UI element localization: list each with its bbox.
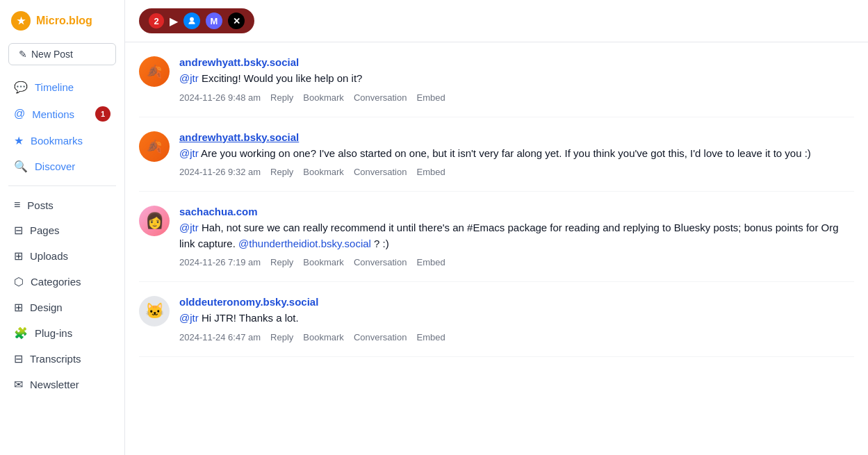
conversation-action[interactable]: Conversation (354, 332, 407, 342)
post-content: sachachua.com @jtr Hah, not sure we can … (179, 206, 854, 267)
post-author[interactable]: andrewhyatt.bsky.social (179, 56, 854, 68)
discover-icon: 🔍 (14, 160, 28, 173)
sidebar-item-label: Bookmarks (31, 135, 83, 147)
sidebar-item-bookmarks[interactable]: ★ Bookmarks (3, 129, 122, 153)
mention: @jtr (179, 72, 199, 84)
sidebar-item-categories[interactable]: ⬡ Categories (3, 270, 122, 294)
avatar: 🍂 (139, 131, 170, 162)
sidebar-item-label: Discover (35, 160, 75, 172)
post-content: andrewhyatt.bsky.social @jtr Are you wor… (179, 131, 854, 178)
new-post-icon: ✎ (19, 49, 27, 60)
sidebar-item-pages[interactable]: ⊟ Pages (3, 218, 122, 242)
sidebar-item-mentions[interactable]: @ Mentions 1 (3, 101, 122, 127)
bluesky-arrow-icon: ▶ (170, 15, 178, 28)
post-text: @jtr Hah, not sure we can really recomme… (179, 220, 854, 251)
conversation-action[interactable]: Conversation (354, 167, 407, 177)
embed-action[interactable]: Embed (416, 167, 445, 177)
bookmark-action[interactable]: Bookmark (303, 332, 344, 342)
embed-action[interactable]: Embed (416, 257, 445, 267)
mention: @jtr (179, 312, 199, 324)
posts-icon: ≡ (14, 199, 20, 211)
avatar: 🍂 (139, 56, 170, 87)
bookmark-action[interactable]: Bookmark (303, 257, 344, 267)
post-text: @jtr Are you working on one? I've also s… (179, 146, 854, 162)
sidebar-item-newsletter[interactable]: ✉ Newsletter (3, 372, 122, 397)
sidebar-item-design[interactable]: ⊞ Design (3, 295, 122, 320)
sidebar-item-uploads[interactable]: ⊞ Uploads (3, 244, 122, 268)
avatar: 🐱 (139, 296, 170, 326)
x-icon[interactable]: ✕ (228, 13, 245, 29)
newsletter-icon: ✉ (14, 378, 23, 391)
post-meta: 2024-11-24 6:47 am Reply Bookmark Conver… (179, 332, 854, 342)
reply-action[interactable]: Reply (270, 92, 293, 103)
mastodon-icon[interactable]: M (206, 13, 222, 29)
reply-action[interactable]: Reply (270, 332, 293, 342)
mention-link[interactable]: @thundertheidiot.bsky.social (238, 238, 371, 249)
plugins-icon: 🧩 (14, 326, 28, 340)
post-meta: 2024-11-26 9:48 am Reply Bookmark Conver… (179, 92, 854, 103)
sidebar-item-label: Transcripts (30, 353, 81, 365)
post-content: andrewhyatt.bsky.social @jtr Exciting! W… (179, 56, 854, 103)
bookmarks-icon: ★ (14, 134, 24, 147)
timeline-icon: 💬 (14, 81, 28, 94)
sidebar-item-plugins[interactable]: 🧩 Plug-ins (3, 321, 122, 345)
new-post-label: New Post (31, 49, 73, 60)
post-content: olddeuteronomy.bsky.social @jtr Hi JTR! … (179, 296, 854, 342)
post-author[interactable]: olddeuteronomy.bsky.social (179, 296, 854, 308)
design-icon: ⊞ (14, 301, 23, 314)
sidebar-item-label: Pages (30, 224, 60, 236)
sidebar-item-label: Timeline (35, 81, 74, 93)
mentions-icon: @ (14, 108, 25, 120)
sidebar-item-transcripts[interactable]: ⊟ Transcripts (3, 347, 122, 371)
sidebar-item-label: Categories (31, 276, 81, 288)
sidebar-divider (8, 185, 116, 186)
sidebar: ★ Micro.blog ✎ New Post 💬 Timeline @ Men… (0, 0, 125, 455)
reply-action[interactable]: Reply (270, 257, 293, 267)
pages-icon: ⊟ (14, 224, 23, 237)
post-date: 2024-11-26 7:19 am (179, 257, 261, 267)
post-body: Are you working on one? I've also starte… (201, 147, 811, 159)
network-pill[interactable]: 2 ▶ M ✕ (139, 8, 254, 33)
post-item: 🍂 andrewhyatt.bsky.social @jtr Are you w… (139, 117, 854, 192)
post-text: @jtr Exciting! Would you like help on it… (179, 71, 854, 87)
post-meta: 2024-11-26 9:32 am Reply Bookmark Conver… (179, 167, 854, 177)
topbar: 2 ▶ M ✕ (125, 0, 868, 42)
post-date: 2024-11-26 9:48 am (179, 92, 261, 103)
reply-action[interactable]: Reply (270, 167, 293, 177)
conversation-action[interactable]: Conversation (354, 92, 407, 103)
post-meta: 2024-11-26 7:19 am Reply Bookmark Conver… (179, 257, 854, 267)
mention: @jtr (179, 222, 199, 233)
svg-point-0 (190, 17, 194, 22)
mention: @jtr (179, 147, 199, 159)
bluesky-icon[interactable] (183, 13, 200, 29)
sidebar-item-timeline[interactable]: 💬 Timeline (3, 75, 122, 99)
sidebar-item-label: Mentions (32, 108, 74, 120)
sidebar-item-discover[interactable]: 🔍 Discover (3, 154, 122, 179)
transcripts-icon: ⊟ (14, 352, 23, 365)
conversation-action[interactable]: Conversation (354, 257, 407, 267)
sidebar-item-label: Uploads (30, 250, 68, 262)
post-text: @jtr Hi JTR! Thanks a lot. (179, 311, 854, 326)
network-count: 2 (149, 13, 164, 28)
feed: 🍂 andrewhyatt.bsky.social @jtr Exciting!… (125, 42, 868, 455)
post-author[interactable]: andrewhyatt.bsky.social (179, 131, 854, 143)
bookmark-action[interactable]: Bookmark (303, 167, 344, 177)
post-item: 🐱 olddeuteronomy.bsky.social @jtr Hi JTR… (139, 282, 854, 357)
post-body: Hi JTR! Thanks a lot. (202, 312, 299, 324)
post-item: 🍂 andrewhyatt.bsky.social @jtr Exciting!… (139, 42, 854, 117)
post-author[interactable]: sachachua.com (179, 206, 854, 217)
sidebar-item-label: Posts (27, 199, 54, 211)
sidebar-item-label: Newsletter (30, 379, 79, 390)
logo-text: Micro.blog (36, 15, 92, 27)
logo-area: ★ Micro.blog (0, 11, 124, 42)
main-content: 2 ▶ M ✕ 🍂 andrewhyatt.bsky.social @jtr E… (125, 0, 868, 455)
post-date: 2024-11-24 6:47 am (179, 332, 261, 342)
sidebar-item-posts[interactable]: ≡ Posts (3, 193, 122, 217)
embed-action[interactable]: Embed (416, 332, 445, 342)
post-item: 👩 sachachua.com @jtr Hah, not sure we ca… (139, 192, 854, 282)
sidebar-item-label: Design (30, 301, 63, 313)
post-body: Exciting! Would you like help on it? (202, 72, 363, 84)
new-post-button[interactable]: ✎ New Post (8, 43, 116, 65)
bookmark-action[interactable]: Bookmark (303, 92, 344, 103)
embed-action[interactable]: Embed (416, 92, 445, 103)
